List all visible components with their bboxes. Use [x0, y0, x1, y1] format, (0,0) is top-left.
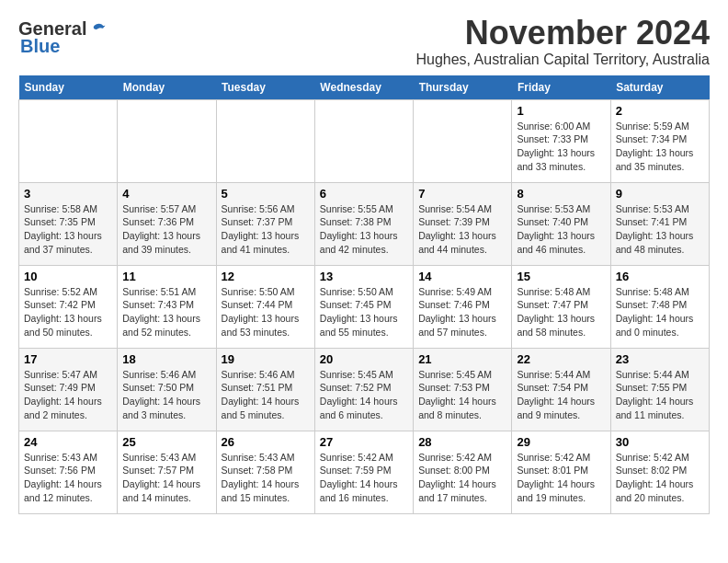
calendar-cell: 6Sunrise: 5:55 AM Sunset: 7:38 PM Daylig… [314, 182, 413, 265]
day-info: Sunrise: 5:48 AM Sunset: 7:47 PM Dayligh… [517, 285, 605, 339]
day-info: Sunrise: 5:59 AM Sunset: 7:34 PM Dayligh… [616, 120, 704, 174]
day-number: 21 [418, 352, 506, 366]
col-header-friday: Friday [512, 75, 610, 100]
day-info: Sunrise: 5:42 AM Sunset: 8:01 PM Dayligh… [517, 451, 605, 505]
day-number: 5 [222, 187, 310, 201]
calendar-cell: 29Sunrise: 5:42 AM Sunset: 8:01 PM Dayli… [512, 431, 610, 513]
calendar-cell: 18Sunrise: 5:46 AM Sunset: 7:50 PM Dayli… [118, 348, 216, 431]
calendar-cell: 10Sunrise: 5:52 AM Sunset: 7:42 PM Dayli… [19, 265, 118, 348]
day-info: Sunrise: 5:50 AM Sunset: 7:45 PM Dayligh… [320, 285, 408, 339]
calendar-cell: 5Sunrise: 5:56 AM Sunset: 7:37 PM Daylig… [216, 182, 314, 265]
day-number: 24 [24, 435, 112, 449]
day-info: Sunrise: 5:57 AM Sunset: 7:36 PM Dayligh… [122, 202, 210, 257]
day-info: Sunrise: 5:52 AM Sunset: 7:42 PM Dayligh… [24, 285, 112, 339]
calendar-cell: 1Sunrise: 6:00 AM Sunset: 7:33 PM Daylig… [512, 99, 610, 182]
day-info: Sunrise: 5:42 AM Sunset: 8:02 PM Dayligh… [616, 451, 704, 505]
week-row-5: 24Sunrise: 5:43 AM Sunset: 7:56 PM Dayli… [19, 431, 710, 513]
day-number: 1 [517, 104, 605, 118]
calendar-cell: 7Sunrise: 5:54 AM Sunset: 7:39 PM Daylig… [414, 182, 512, 265]
day-info: Sunrise: 6:00 AM Sunset: 7:33 PM Dayligh… [517, 120, 605, 174]
day-number: 22 [517, 352, 605, 366]
day-info: Sunrise: 5:45 AM Sunset: 7:53 PM Dayligh… [418, 368, 506, 422]
calendar-cell [216, 99, 314, 182]
week-row-3: 10Sunrise: 5:52 AM Sunset: 7:42 PM Dayli… [19, 265, 710, 348]
day-number: 6 [320, 187, 408, 201]
day-number: 16 [616, 270, 704, 283]
day-info: Sunrise: 5:46 AM Sunset: 7:50 PM Dayligh… [122, 368, 210, 422]
day-info: Sunrise: 5:44 AM Sunset: 7:54 PM Dayligh… [517, 368, 605, 422]
calendar-cell [118, 99, 216, 182]
day-number: 10 [24, 270, 112, 283]
day-number: 12 [222, 270, 310, 283]
calendar-cell: 20Sunrise: 5:45 AM Sunset: 7:52 PM Dayli… [314, 348, 413, 431]
page-header: General Blue November 2024 Hughes, Austr… [18, 15, 710, 68]
title-section: November 2024 Hughes, Australian Capital… [415, 15, 710, 68]
day-number: 9 [616, 187, 704, 201]
col-header-wednesday: Wednesday [314, 75, 413, 100]
calendar-cell: 30Sunrise: 5:42 AM Sunset: 8:02 PM Dayli… [610, 431, 709, 513]
calendar-cell: 23Sunrise: 5:44 AM Sunset: 7:55 PM Dayli… [610, 348, 709, 431]
calendar-cell: 3Sunrise: 5:58 AM Sunset: 7:35 PM Daylig… [19, 182, 118, 265]
day-number: 28 [418, 435, 506, 449]
logo-blue: Blue [20, 36, 60, 57]
day-number: 27 [320, 435, 408, 449]
day-info: Sunrise: 5:43 AM Sunset: 7:57 PM Dayligh… [122, 451, 210, 505]
day-info: Sunrise: 5:51 AM Sunset: 7:43 PM Dayligh… [122, 285, 210, 339]
day-number: 20 [320, 352, 408, 366]
logo-bird-icon [88, 20, 107, 39]
col-header-tuesday: Tuesday [216, 75, 314, 100]
day-info: Sunrise: 5:55 AM Sunset: 7:38 PM Dayligh… [320, 202, 408, 257]
month-title: November 2024 [415, 15, 710, 52]
day-number: 13 [320, 270, 408, 283]
day-number: 30 [616, 435, 704, 449]
day-info: Sunrise: 5:56 AM Sunset: 7:37 PM Dayligh… [222, 202, 310, 257]
day-number: 2 [616, 104, 704, 118]
day-info: Sunrise: 5:48 AM Sunset: 7:48 PM Dayligh… [616, 285, 704, 339]
calendar-cell: 27Sunrise: 5:42 AM Sunset: 7:59 PM Dayli… [314, 431, 413, 513]
col-header-sunday: Sunday [19, 75, 118, 100]
calendar-cell: 21Sunrise: 5:45 AM Sunset: 7:53 PM Dayli… [414, 348, 512, 431]
location: Hughes, Australian Capital Territory, Au… [415, 52, 710, 68]
week-row-1: 1Sunrise: 6:00 AM Sunset: 7:33 PM Daylig… [19, 99, 710, 182]
calendar-cell [414, 99, 512, 182]
day-number: 29 [517, 435, 605, 449]
day-info: Sunrise: 5:42 AM Sunset: 7:59 PM Dayligh… [320, 451, 408, 505]
calendar-cell: 19Sunrise: 5:46 AM Sunset: 7:51 PM Dayli… [216, 348, 314, 431]
day-number: 14 [418, 270, 506, 283]
calendar-table: SundayMondayTuesdayWednesdayThursdayFrid… [18, 75, 710, 514]
day-number: 26 [222, 435, 310, 449]
calendar-cell [314, 99, 413, 182]
calendar-cell: 17Sunrise: 5:47 AM Sunset: 7:49 PM Dayli… [19, 348, 118, 431]
day-info: Sunrise: 5:54 AM Sunset: 7:39 PM Dayligh… [418, 202, 506, 257]
calendar-cell: 24Sunrise: 5:43 AM Sunset: 7:56 PM Dayli… [19, 431, 118, 513]
calendar-cell: 9Sunrise: 5:53 AM Sunset: 7:41 PM Daylig… [610, 182, 709, 265]
day-number: 18 [122, 352, 210, 366]
calendar-cell: 11Sunrise: 5:51 AM Sunset: 7:43 PM Dayli… [118, 265, 216, 348]
calendar-cell: 13Sunrise: 5:50 AM Sunset: 7:45 PM Dayli… [314, 265, 413, 348]
day-number: 4 [122, 187, 210, 201]
day-info: Sunrise: 5:53 AM Sunset: 7:41 PM Dayligh… [616, 202, 704, 257]
calendar-cell: 26Sunrise: 5:43 AM Sunset: 7:58 PM Dayli… [216, 431, 314, 513]
calendar-cell: 15Sunrise: 5:48 AM Sunset: 7:47 PM Dayli… [512, 265, 610, 348]
day-info: Sunrise: 5:44 AM Sunset: 7:55 PM Dayligh… [616, 368, 704, 422]
day-info: Sunrise: 5:42 AM Sunset: 8:00 PM Dayligh… [418, 451, 506, 505]
day-number: 8 [517, 187, 605, 201]
day-number: 11 [122, 270, 210, 283]
calendar-cell: 4Sunrise: 5:57 AM Sunset: 7:36 PM Daylig… [118, 182, 216, 265]
day-info: Sunrise: 5:53 AM Sunset: 7:40 PM Dayligh… [517, 202, 605, 257]
day-number: 17 [24, 352, 112, 366]
day-info: Sunrise: 5:49 AM Sunset: 7:46 PM Dayligh… [418, 285, 506, 339]
logo: General Blue [18, 18, 107, 57]
day-info: Sunrise: 5:45 AM Sunset: 7:52 PM Dayligh… [320, 368, 408, 422]
day-number: 19 [222, 352, 310, 366]
calendar-cell: 22Sunrise: 5:44 AM Sunset: 7:54 PM Dayli… [512, 348, 610, 431]
day-number: 23 [616, 352, 704, 366]
calendar-cell [19, 99, 118, 182]
calendar-cell: 25Sunrise: 5:43 AM Sunset: 7:57 PM Dayli… [118, 431, 216, 513]
day-info: Sunrise: 5:50 AM Sunset: 7:44 PM Dayligh… [222, 285, 310, 339]
col-header-thursday: Thursday [414, 75, 512, 100]
day-number: 7 [418, 187, 506, 201]
header-row: SundayMondayTuesdayWednesdayThursdayFrid… [19, 75, 710, 100]
col-header-saturday: Saturday [610, 75, 709, 100]
day-info: Sunrise: 5:46 AM Sunset: 7:51 PM Dayligh… [222, 368, 310, 422]
